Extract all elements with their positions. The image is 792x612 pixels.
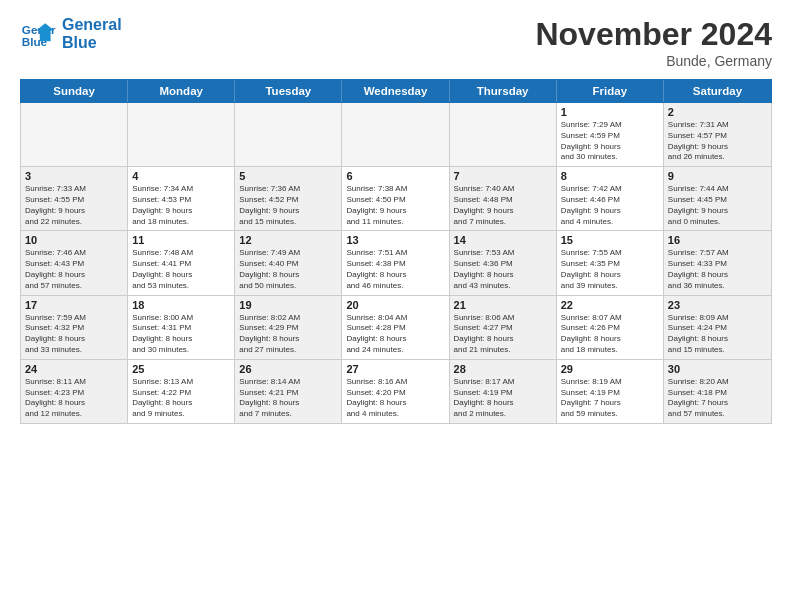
cell-info: Sunrise: 7:48 AM Sunset: 4:41 PM Dayligh… (132, 248, 230, 291)
day-number: 15 (561, 234, 659, 246)
day-number: 13 (346, 234, 444, 246)
day-header-wednesday: Wednesday (342, 80, 449, 102)
day-number: 4 (132, 170, 230, 182)
calendar-week-1: 1Sunrise: 7:29 AM Sunset: 4:59 PM Daylig… (21, 103, 771, 167)
cell-info: Sunrise: 8:17 AM Sunset: 4:19 PM Dayligh… (454, 377, 552, 420)
calendar-cell: 9Sunrise: 7:44 AM Sunset: 4:45 PM Daylig… (664, 167, 771, 230)
day-number: 27 (346, 363, 444, 375)
cell-info: Sunrise: 7:44 AM Sunset: 4:45 PM Dayligh… (668, 184, 767, 227)
calendar-cell: 11Sunrise: 7:48 AM Sunset: 4:41 PM Dayli… (128, 231, 235, 294)
cell-info: Sunrise: 8:07 AM Sunset: 4:26 PM Dayligh… (561, 313, 659, 356)
cell-info: Sunrise: 7:33 AM Sunset: 4:55 PM Dayligh… (25, 184, 123, 227)
day-number: 25 (132, 363, 230, 375)
day-number: 18 (132, 299, 230, 311)
calendar-cell: 10Sunrise: 7:46 AM Sunset: 4:43 PM Dayli… (21, 231, 128, 294)
day-number: 16 (668, 234, 767, 246)
cell-info: Sunrise: 7:57 AM Sunset: 4:33 PM Dayligh… (668, 248, 767, 291)
cell-info: Sunrise: 8:20 AM Sunset: 4:18 PM Dayligh… (668, 377, 767, 420)
cell-info: Sunrise: 8:06 AM Sunset: 4:27 PM Dayligh… (454, 313, 552, 356)
calendar-cell: 6Sunrise: 7:38 AM Sunset: 4:50 PM Daylig… (342, 167, 449, 230)
cell-info: Sunrise: 7:59 AM Sunset: 4:32 PM Dayligh… (25, 313, 123, 356)
calendar-cell: 7Sunrise: 7:40 AM Sunset: 4:48 PM Daylig… (450, 167, 557, 230)
cell-info: Sunrise: 8:14 AM Sunset: 4:21 PM Dayligh… (239, 377, 337, 420)
cell-info: Sunrise: 7:49 AM Sunset: 4:40 PM Dayligh… (239, 248, 337, 291)
calendar-cell: 15Sunrise: 7:55 AM Sunset: 4:35 PM Dayli… (557, 231, 664, 294)
calendar-cell: 29Sunrise: 8:19 AM Sunset: 4:19 PM Dayli… (557, 360, 664, 423)
day-number: 22 (561, 299, 659, 311)
calendar-week-4: 17Sunrise: 7:59 AM Sunset: 4:32 PM Dayli… (21, 296, 771, 360)
cell-info: Sunrise: 7:53 AM Sunset: 4:36 PM Dayligh… (454, 248, 552, 291)
header: General Blue General Blue November 2024 … (20, 16, 772, 69)
calendar-cell: 3Sunrise: 7:33 AM Sunset: 4:55 PM Daylig… (21, 167, 128, 230)
cell-info: Sunrise: 7:38 AM Sunset: 4:50 PM Dayligh… (346, 184, 444, 227)
calendar-cell: 28Sunrise: 8:17 AM Sunset: 4:19 PM Dayli… (450, 360, 557, 423)
calendar-cell: 18Sunrise: 8:00 AM Sunset: 4:31 PM Dayli… (128, 296, 235, 359)
calendar-cell: 2Sunrise: 7:31 AM Sunset: 4:57 PM Daylig… (664, 103, 771, 166)
day-number: 20 (346, 299, 444, 311)
calendar-week-2: 3Sunrise: 7:33 AM Sunset: 4:55 PM Daylig… (21, 167, 771, 231)
day-number: 23 (668, 299, 767, 311)
cell-info: Sunrise: 7:55 AM Sunset: 4:35 PM Dayligh… (561, 248, 659, 291)
logo-icon: General Blue (20, 16, 56, 52)
title-area: November 2024 Bunde, Germany (535, 16, 772, 69)
calendar: SundayMondayTuesdayWednesdayThursdayFrid… (20, 79, 772, 602)
calendar-page: General Blue General Blue November 2024 … (0, 0, 792, 612)
day-number: 9 (668, 170, 767, 182)
day-number: 17 (25, 299, 123, 311)
calendar-cell: 26Sunrise: 8:14 AM Sunset: 4:21 PM Dayli… (235, 360, 342, 423)
cell-info: Sunrise: 8:19 AM Sunset: 4:19 PM Dayligh… (561, 377, 659, 420)
calendar-cell: 27Sunrise: 8:16 AM Sunset: 4:20 PM Dayli… (342, 360, 449, 423)
day-number: 14 (454, 234, 552, 246)
day-number: 10 (25, 234, 123, 246)
cell-info: Sunrise: 7:31 AM Sunset: 4:57 PM Dayligh… (668, 120, 767, 163)
calendar-cell: 21Sunrise: 8:06 AM Sunset: 4:27 PM Dayli… (450, 296, 557, 359)
calendar-cell: 23Sunrise: 8:09 AM Sunset: 4:24 PM Dayli… (664, 296, 771, 359)
day-header-sunday: Sunday (21, 80, 128, 102)
calendar-week-3: 10Sunrise: 7:46 AM Sunset: 4:43 PM Dayli… (21, 231, 771, 295)
logo-line1: General (62, 16, 122, 34)
calendar-body: 1Sunrise: 7:29 AM Sunset: 4:59 PM Daylig… (20, 103, 772, 424)
cell-info: Sunrise: 7:40 AM Sunset: 4:48 PM Dayligh… (454, 184, 552, 227)
day-number: 6 (346, 170, 444, 182)
calendar-cell (21, 103, 128, 166)
day-number: 5 (239, 170, 337, 182)
cell-info: Sunrise: 7:29 AM Sunset: 4:59 PM Dayligh… (561, 120, 659, 163)
cell-info: Sunrise: 8:16 AM Sunset: 4:20 PM Dayligh… (346, 377, 444, 420)
day-number: 11 (132, 234, 230, 246)
cell-info: Sunrise: 8:04 AM Sunset: 4:28 PM Dayligh… (346, 313, 444, 356)
cell-info: Sunrise: 7:36 AM Sunset: 4:52 PM Dayligh… (239, 184, 337, 227)
day-header-thursday: Thursday (450, 80, 557, 102)
day-number: 26 (239, 363, 337, 375)
calendar-cell: 30Sunrise: 8:20 AM Sunset: 4:18 PM Dayli… (664, 360, 771, 423)
calendar-cell: 1Sunrise: 7:29 AM Sunset: 4:59 PM Daylig… (557, 103, 664, 166)
calendar-cell: 22Sunrise: 8:07 AM Sunset: 4:26 PM Dayli… (557, 296, 664, 359)
day-number: 8 (561, 170, 659, 182)
day-header-tuesday: Tuesday (235, 80, 342, 102)
calendar-rows: 1Sunrise: 7:29 AM Sunset: 4:59 PM Daylig… (21, 103, 771, 423)
day-header-monday: Monday (128, 80, 235, 102)
day-header-friday: Friday (557, 80, 664, 102)
day-header-saturday: Saturday (664, 80, 771, 102)
cell-info: Sunrise: 8:00 AM Sunset: 4:31 PM Dayligh… (132, 313, 230, 356)
calendar-cell (128, 103, 235, 166)
cell-info: Sunrise: 8:13 AM Sunset: 4:22 PM Dayligh… (132, 377, 230, 420)
calendar-cell: 19Sunrise: 8:02 AM Sunset: 4:29 PM Dayli… (235, 296, 342, 359)
day-number: 30 (668, 363, 767, 375)
day-number: 3 (25, 170, 123, 182)
calendar-cell: 8Sunrise: 7:42 AM Sunset: 4:46 PM Daylig… (557, 167, 664, 230)
calendar-cell: 20Sunrise: 8:04 AM Sunset: 4:28 PM Dayli… (342, 296, 449, 359)
day-number: 7 (454, 170, 552, 182)
day-number: 19 (239, 299, 337, 311)
cell-info: Sunrise: 7:42 AM Sunset: 4:46 PM Dayligh… (561, 184, 659, 227)
calendar-cell (450, 103, 557, 166)
calendar-cell: 4Sunrise: 7:34 AM Sunset: 4:53 PM Daylig… (128, 167, 235, 230)
calendar-cell: 24Sunrise: 8:11 AM Sunset: 4:23 PM Dayli… (21, 360, 128, 423)
logo: General Blue General Blue (20, 16, 122, 52)
calendar-cell (342, 103, 449, 166)
day-number: 29 (561, 363, 659, 375)
calendar-cell: 5Sunrise: 7:36 AM Sunset: 4:52 PM Daylig… (235, 167, 342, 230)
day-number: 24 (25, 363, 123, 375)
day-number: 28 (454, 363, 552, 375)
location: Bunde, Germany (535, 53, 772, 69)
cell-info: Sunrise: 8:09 AM Sunset: 4:24 PM Dayligh… (668, 313, 767, 356)
